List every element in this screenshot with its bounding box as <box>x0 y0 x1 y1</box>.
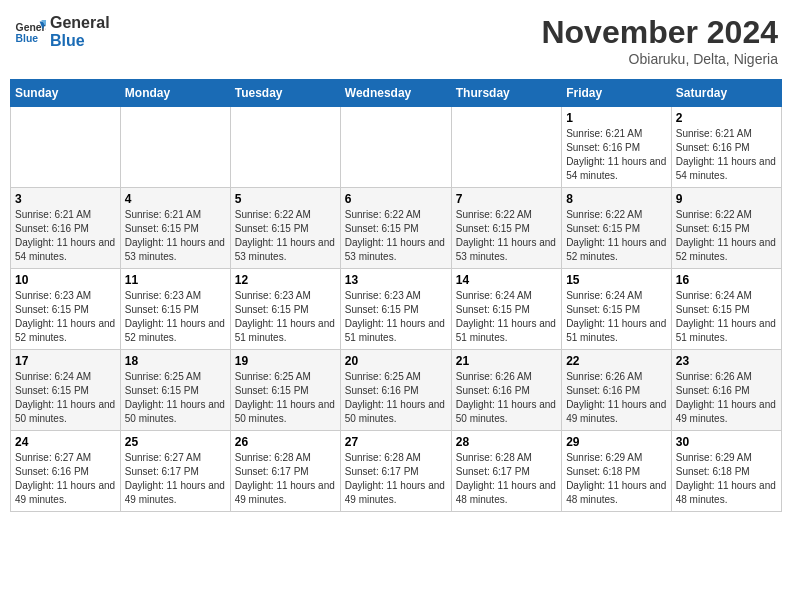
day-number: 2 <box>676 111 777 125</box>
day-info: Sunrise: 6:21 AM Sunset: 6:16 PM Dayligh… <box>676 127 777 183</box>
calendar-cell: 27Sunrise: 6:28 AM Sunset: 6:17 PM Dayli… <box>340 431 451 512</box>
weekday-header-monday: Monday <box>120 80 230 107</box>
day-info: Sunrise: 6:23 AM Sunset: 6:15 PM Dayligh… <box>15 289 116 345</box>
day-number: 3 <box>15 192 116 206</box>
calendar-week-row: 24Sunrise: 6:27 AM Sunset: 6:16 PM Dayli… <box>11 431 782 512</box>
calendar-cell: 7Sunrise: 6:22 AM Sunset: 6:15 PM Daylig… <box>451 188 561 269</box>
day-number: 16 <box>676 273 777 287</box>
day-info: Sunrise: 6:22 AM Sunset: 6:15 PM Dayligh… <box>676 208 777 264</box>
calendar-cell <box>120 107 230 188</box>
day-info: Sunrise: 6:21 AM Sunset: 6:16 PM Dayligh… <box>15 208 116 264</box>
calendar-cell <box>11 107 121 188</box>
day-number: 20 <box>345 354 447 368</box>
day-info: Sunrise: 6:25 AM Sunset: 6:15 PM Dayligh… <box>235 370 336 426</box>
day-info: Sunrise: 6:29 AM Sunset: 6:18 PM Dayligh… <box>676 451 777 507</box>
calendar-cell: 29Sunrise: 6:29 AM Sunset: 6:18 PM Dayli… <box>562 431 672 512</box>
day-info: Sunrise: 6:28 AM Sunset: 6:17 PM Dayligh… <box>456 451 557 507</box>
day-number: 12 <box>235 273 336 287</box>
calendar-cell: 5Sunrise: 6:22 AM Sunset: 6:15 PM Daylig… <box>230 188 340 269</box>
day-number: 15 <box>566 273 667 287</box>
calendar-cell: 6Sunrise: 6:22 AM Sunset: 6:15 PM Daylig… <box>340 188 451 269</box>
day-info: Sunrise: 6:24 AM Sunset: 6:15 PM Dayligh… <box>566 289 667 345</box>
calendar-table: SundayMondayTuesdayWednesdayThursdayFrid… <box>10 79 782 512</box>
day-number: 23 <box>676 354 777 368</box>
calendar-cell: 26Sunrise: 6:28 AM Sunset: 6:17 PM Dayli… <box>230 431 340 512</box>
logo-blue: Blue <box>50 32 110 50</box>
logo: General Blue General Blue <box>14 14 110 49</box>
day-number: 21 <box>456 354 557 368</box>
calendar-cell: 4Sunrise: 6:21 AM Sunset: 6:15 PM Daylig… <box>120 188 230 269</box>
day-info: Sunrise: 6:26 AM Sunset: 6:16 PM Dayligh… <box>456 370 557 426</box>
calendar-cell: 16Sunrise: 6:24 AM Sunset: 6:15 PM Dayli… <box>671 269 781 350</box>
day-info: Sunrise: 6:22 AM Sunset: 6:15 PM Dayligh… <box>345 208 447 264</box>
day-number: 28 <box>456 435 557 449</box>
calendar-cell <box>230 107 340 188</box>
calendar-cell: 10Sunrise: 6:23 AM Sunset: 6:15 PM Dayli… <box>11 269 121 350</box>
day-number: 25 <box>125 435 226 449</box>
calendar-cell: 23Sunrise: 6:26 AM Sunset: 6:16 PM Dayli… <box>671 350 781 431</box>
weekday-header-row: SundayMondayTuesdayWednesdayThursdayFrid… <box>11 80 782 107</box>
day-number: 10 <box>15 273 116 287</box>
day-info: Sunrise: 6:22 AM Sunset: 6:15 PM Dayligh… <box>566 208 667 264</box>
day-info: Sunrise: 6:21 AM Sunset: 6:16 PM Dayligh… <box>566 127 667 183</box>
day-info: Sunrise: 6:23 AM Sunset: 6:15 PM Dayligh… <box>235 289 336 345</box>
day-number: 8 <box>566 192 667 206</box>
day-info: Sunrise: 6:23 AM Sunset: 6:15 PM Dayligh… <box>345 289 447 345</box>
day-info: Sunrise: 6:27 AM Sunset: 6:17 PM Dayligh… <box>125 451 226 507</box>
day-number: 11 <box>125 273 226 287</box>
day-number: 13 <box>345 273 447 287</box>
calendar-week-row: 17Sunrise: 6:24 AM Sunset: 6:15 PM Dayli… <box>11 350 782 431</box>
title-section: November 2024 Obiaruku, Delta, Nigeria <box>541 14 778 67</box>
weekday-header-tuesday: Tuesday <box>230 80 340 107</box>
day-info: Sunrise: 6:23 AM Sunset: 6:15 PM Dayligh… <box>125 289 226 345</box>
calendar-cell: 13Sunrise: 6:23 AM Sunset: 6:15 PM Dayli… <box>340 269 451 350</box>
day-number: 19 <box>235 354 336 368</box>
calendar-cell: 17Sunrise: 6:24 AM Sunset: 6:15 PM Dayli… <box>11 350 121 431</box>
calendar-cell: 2Sunrise: 6:21 AM Sunset: 6:16 PM Daylig… <box>671 107 781 188</box>
calendar-cell: 22Sunrise: 6:26 AM Sunset: 6:16 PM Dayli… <box>562 350 672 431</box>
day-info: Sunrise: 6:25 AM Sunset: 6:16 PM Dayligh… <box>345 370 447 426</box>
day-number: 22 <box>566 354 667 368</box>
day-number: 29 <box>566 435 667 449</box>
calendar-cell: 20Sunrise: 6:25 AM Sunset: 6:16 PM Dayli… <box>340 350 451 431</box>
weekday-header-friday: Friday <box>562 80 672 107</box>
day-number: 26 <box>235 435 336 449</box>
calendar-cell <box>451 107 561 188</box>
calendar-cell: 30Sunrise: 6:29 AM Sunset: 6:18 PM Dayli… <box>671 431 781 512</box>
day-number: 6 <box>345 192 447 206</box>
day-info: Sunrise: 6:27 AM Sunset: 6:16 PM Dayligh… <box>15 451 116 507</box>
calendar-week-row: 10Sunrise: 6:23 AM Sunset: 6:15 PM Dayli… <box>11 269 782 350</box>
calendar-cell: 8Sunrise: 6:22 AM Sunset: 6:15 PM Daylig… <box>562 188 672 269</box>
day-number: 30 <box>676 435 777 449</box>
page-header: General Blue General Blue November 2024 … <box>10 10 782 71</box>
calendar-cell: 24Sunrise: 6:27 AM Sunset: 6:16 PM Dayli… <box>11 431 121 512</box>
calendar-cell: 9Sunrise: 6:22 AM Sunset: 6:15 PM Daylig… <box>671 188 781 269</box>
month-title: November 2024 <box>541 14 778 51</box>
weekday-header-wednesday: Wednesday <box>340 80 451 107</box>
calendar-cell: 1Sunrise: 6:21 AM Sunset: 6:16 PM Daylig… <box>562 107 672 188</box>
day-info: Sunrise: 6:22 AM Sunset: 6:15 PM Dayligh… <box>235 208 336 264</box>
weekday-header-thursday: Thursday <box>451 80 561 107</box>
day-number: 24 <box>15 435 116 449</box>
calendar-cell: 21Sunrise: 6:26 AM Sunset: 6:16 PM Dayli… <box>451 350 561 431</box>
day-info: Sunrise: 6:25 AM Sunset: 6:15 PM Dayligh… <box>125 370 226 426</box>
calendar-cell: 15Sunrise: 6:24 AM Sunset: 6:15 PM Dayli… <box>562 269 672 350</box>
calendar-cell: 18Sunrise: 6:25 AM Sunset: 6:15 PM Dayli… <box>120 350 230 431</box>
day-number: 7 <box>456 192 557 206</box>
calendar-cell: 11Sunrise: 6:23 AM Sunset: 6:15 PM Dayli… <box>120 269 230 350</box>
calendar-week-row: 1Sunrise: 6:21 AM Sunset: 6:16 PM Daylig… <box>11 107 782 188</box>
day-info: Sunrise: 6:26 AM Sunset: 6:16 PM Dayligh… <box>676 370 777 426</box>
day-number: 14 <box>456 273 557 287</box>
day-number: 27 <box>345 435 447 449</box>
svg-text:Blue: Blue <box>16 33 39 44</box>
day-info: Sunrise: 6:24 AM Sunset: 6:15 PM Dayligh… <box>15 370 116 426</box>
calendar-cell: 28Sunrise: 6:28 AM Sunset: 6:17 PM Dayli… <box>451 431 561 512</box>
calendar-cell <box>340 107 451 188</box>
day-number: 5 <box>235 192 336 206</box>
logo-general: General <box>50 14 110 32</box>
weekday-header-sunday: Sunday <box>11 80 121 107</box>
day-info: Sunrise: 6:28 AM Sunset: 6:17 PM Dayligh… <box>345 451 447 507</box>
calendar-week-row: 3Sunrise: 6:21 AM Sunset: 6:16 PM Daylig… <box>11 188 782 269</box>
calendar-cell: 3Sunrise: 6:21 AM Sunset: 6:16 PM Daylig… <box>11 188 121 269</box>
day-number: 18 <box>125 354 226 368</box>
